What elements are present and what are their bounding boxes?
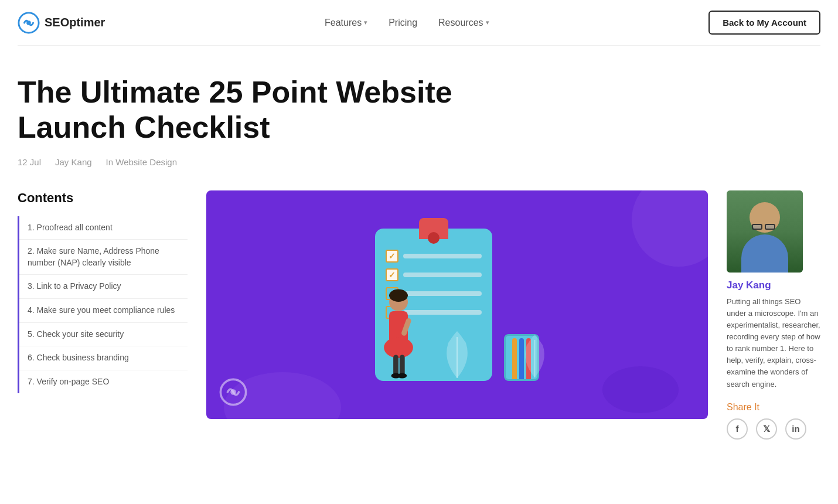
back-to-account-button[interactable]: Back to My Account [708, 11, 820, 35]
author-bio: Putting all things SEO under a microscop… [727, 296, 820, 390]
resources-chevron-icon: ▾ [486, 19, 489, 26]
blob1 [632, 190, 708, 267]
navbar: SEOptimer Features ▾ Pricing Resources ▾… [18, 0, 820, 46]
woman-figure-icon [375, 287, 422, 381]
nav-pricing[interactable]: Pricing [389, 18, 417, 28]
svg-point-5 [384, 337, 413, 358]
toc-item-6[interactable]: 6. Check business branding [19, 346, 188, 370]
author-name: Jay Kang [727, 280, 820, 291]
article-header: The Ultimate 25 Point Website Launch Che… [18, 46, 820, 185]
checkbox-2: ✓ [386, 268, 398, 281]
author-sidebar: Jay Kang Putting all things SEO under a … [727, 190, 820, 440]
logo-text: SEOptimer [45, 16, 105, 29]
article-author: Jay Kang [55, 157, 92, 167]
svg-point-3 [389, 289, 408, 301]
svg-point-14 [230, 389, 236, 395]
person-glasses-icon [752, 224, 778, 230]
author-photo [727, 190, 803, 273]
article-title: The Ultimate 25 Point Website Launch Che… [18, 75, 522, 145]
social-icons: f 𝕏 in [727, 418, 820, 440]
checklist-illustration: ✓ ✓ [375, 229, 539, 381]
svg-rect-7 [400, 355, 405, 376]
blob3 [602, 366, 679, 413]
logo[interactable]: SEOptimer [18, 12, 105, 34]
article-date: 12 Jul [18, 157, 41, 167]
article-category: In Website Design [106, 157, 177, 167]
features-chevron-icon: ▾ [364, 19, 367, 26]
author-photo-bg [727, 190, 803, 273]
watermark-icon [219, 378, 247, 406]
share-label: Share It [727, 402, 820, 413]
line-2 [403, 273, 482, 277]
toc-item-5[interactable]: 5. Check your site security [19, 323, 188, 347]
facebook-share-button[interactable]: f [727, 418, 748, 440]
glass-right [765, 224, 775, 230]
toc-title: Contents [18, 190, 188, 206]
svg-point-9 [397, 373, 407, 378]
nav-links: Features ▾ Pricing Resources ▾ [325, 18, 489, 28]
watermark [219, 378, 247, 408]
tool-pencil [512, 338, 517, 379]
nav-resources[interactable]: Resources ▾ [438, 18, 489, 28]
svg-rect-6 [393, 355, 398, 376]
twitter-share-button[interactable]: 𝕏 [756, 418, 777, 440]
person-head [750, 202, 780, 233]
nav-features[interactable]: Features ▾ [325, 18, 367, 28]
toc-item-1[interactable]: 1. Proofread all content [19, 216, 188, 240]
toc-item-4[interactable]: 4. Make sure you meet compliance rules [19, 299, 188, 323]
glass-left [752, 224, 762, 230]
hero-image-area: ✓ ✓ [206, 190, 708, 419]
person-body [741, 234, 788, 273]
clipboard-top [419, 218, 448, 239]
checklist-row-2: ✓ [386, 268, 482, 281]
checklist-row-1: ✓ [386, 250, 482, 263]
leaf-left-icon [440, 331, 475, 378]
svg-point-1 [26, 21, 31, 25]
toc-item-2[interactable]: 2. Make sure Name, Address Phone number … [19, 240, 188, 275]
toc-list: 1. Proofread all content 2. Make sure Na… [18, 216, 188, 394]
content-area: Contents 1. Proofread all content 2. Mak… [18, 190, 820, 440]
hero-image: ✓ ✓ [206, 190, 708, 419]
toc-sidebar: Contents 1. Proofread all content 2. Mak… [18, 190, 188, 394]
toc-item-3[interactable]: 3. Link to a Privacy Policy [19, 275, 188, 299]
toc-item-7[interactable]: 7. Verify on-page SEO [19, 370, 188, 394]
linkedin-share-button[interactable]: in [785, 418, 806, 440]
checkbox-1: ✓ [386, 250, 398, 263]
share-section: Share It f 𝕏 in [727, 402, 820, 440]
leaf-right-icon [519, 334, 551, 378]
line-1 [403, 254, 482, 258]
article-meta: 12 Jul Jay Kang In Website Design [18, 157, 820, 167]
